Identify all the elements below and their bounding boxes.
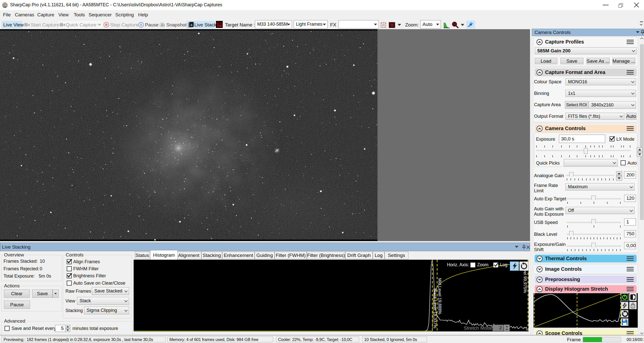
svg-text:NG: NG: [218, 24, 223, 28]
svg-text:a: a: [191, 23, 193, 27]
